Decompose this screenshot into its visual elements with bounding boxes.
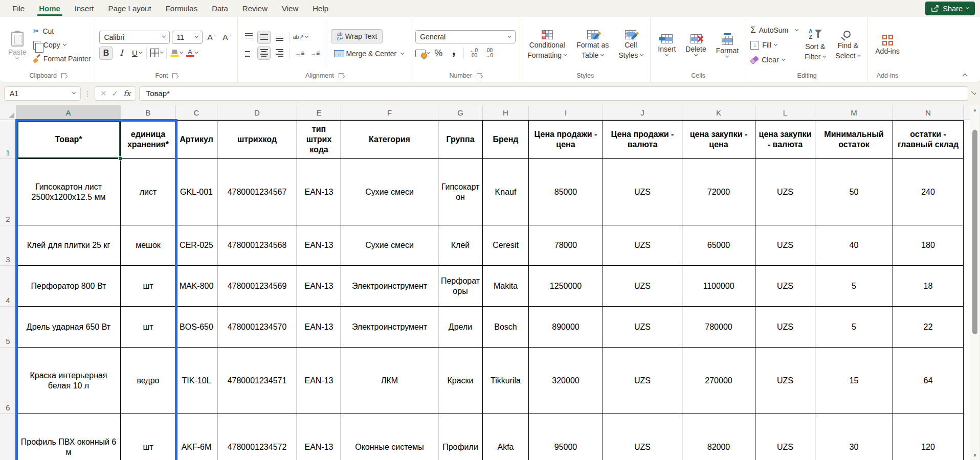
cell-E6[interactable]: EAN-13 [297, 348, 341, 414]
row-header-1[interactable]: 1 [0, 120, 16, 159]
tab-data[interactable]: Data [205, 0, 235, 17]
cell-F2[interactable]: Сухие смеси [341, 159, 438, 225]
cell-G5[interactable]: Дрели [438, 307, 483, 348]
cell-C6[interactable]: TIK-10L [176, 348, 217, 414]
cell-D2[interactable]: 4780001234567 [217, 159, 297, 225]
column-header-H[interactable]: H [483, 105, 529, 120]
cell-K2[interactable]: 72000 [682, 159, 755, 225]
number-dialog-launcher-icon[interactable] [477, 73, 482, 78]
cell-B4[interactable]: шт [121, 266, 176, 307]
cell-C5[interactable]: BOS-650 [176, 307, 217, 348]
collapse-ribbon-button[interactable] [963, 74, 968, 79]
tab-review[interactable]: Review [235, 0, 275, 17]
cell-E3[interactable]: EAN-13 [297, 225, 341, 266]
cell-L1[interactable]: цена закупки - валюта [755, 120, 815, 159]
cell-F5[interactable]: Электроинструмент [341, 307, 438, 348]
column-header-M[interactable]: M [815, 105, 893, 120]
cell-A1[interactable]: Товар* [16, 120, 121, 159]
tab-insert[interactable]: Insert [68, 0, 101, 17]
cell-E5[interactable]: EAN-13 [297, 307, 341, 348]
cell-B7[interactable]: шт [121, 414, 176, 460]
cell-I5[interactable]: 890000 [529, 307, 603, 348]
cell-M7[interactable]: 30 [815, 414, 893, 460]
tab-page-layout[interactable]: Page Layout [101, 0, 158, 17]
accounting-format-button[interactable] [415, 47, 430, 60]
name-box[interactable]: A1 [4, 86, 81, 101]
cancel-entry-icon[interactable]: ✕ [100, 89, 107, 98]
row-header-3[interactable]: 3 [0, 225, 16, 266]
font-color-button[interactable]: A [185, 47, 198, 60]
addins-button[interactable]: Add-ins [872, 34, 902, 57]
cell-C7[interactable]: AKF-6M [176, 414, 217, 460]
row-header-5[interactable]: 5 [0, 307, 16, 348]
column-header-D[interactable]: D [217, 105, 297, 120]
column-header-C[interactable]: C [176, 105, 217, 120]
column-header-E[interactable]: E [297, 105, 341, 120]
cell-A2[interactable]: Гипсокартон лист 2500х1200х12.5 мм [16, 159, 121, 225]
cell-D1[interactable]: штрихкод [217, 120, 297, 159]
cell-B5[interactable]: шт [121, 307, 176, 348]
cell-C3[interactable]: CER-025 [176, 225, 217, 266]
cell-J5[interactable]: UZS [603, 307, 682, 348]
cell-K5[interactable]: 780000 [682, 307, 755, 348]
cell-M4[interactable]: 5 [815, 266, 893, 307]
cell-G3[interactable]: Клей [438, 225, 483, 266]
cell-G4[interactable]: Перфораторы [438, 266, 483, 307]
cell-N1[interactable]: остатки - главный склад [893, 120, 964, 159]
cell-E7[interactable]: EAN-13 [297, 414, 341, 460]
italic-button[interactable]: I [115, 47, 128, 60]
scroll-down-icon[interactable]: ▼ [970, 451, 979, 460]
cell-M2[interactable]: 50 [815, 159, 893, 225]
cell-H5[interactable]: Bosch [483, 307, 529, 348]
font-dialog-launcher-icon[interactable] [172, 73, 177, 78]
cell-D3[interactable]: 4780001234568 [217, 225, 297, 266]
cell-E2[interactable]: EAN-13 [297, 159, 341, 225]
cell-K1[interactable]: цена закупки - цена [682, 120, 755, 159]
row-header-4[interactable]: 4 [0, 266, 16, 307]
cell-L4[interactable]: UZS [755, 266, 815, 307]
formula-input[interactable]: Товар* [139, 86, 968, 101]
cell-A4[interactable]: Перфоратор 800 Вт [16, 266, 121, 307]
cell-L6[interactable]: UZS [755, 348, 815, 414]
alignment-dialog-launcher-icon[interactable] [339, 73, 344, 78]
cell-H4[interactable]: Makita [483, 266, 529, 307]
percent-style-button[interactable]: % [432, 47, 445, 60]
delete-cells-button[interactable]: Delete [682, 33, 709, 57]
orientation-button[interactable]: ab↗ [293, 31, 307, 44]
bold-button[interactable]: B [99, 47, 113, 60]
cell-F3[interactable]: Сухие смеси [341, 225, 438, 266]
cell-D6[interactable]: 4780001234571 [217, 348, 297, 414]
cell-M5[interactable]: 5 [815, 307, 893, 348]
cell-D5[interactable]: 4780001234570 [217, 307, 297, 348]
cell-I6[interactable]: 320000 [529, 348, 603, 414]
align-left-button[interactable] [242, 47, 255, 60]
cell-D4[interactable]: 4780001234569 [217, 266, 297, 307]
cell-styles-button[interactable]: Cell Styles [615, 29, 646, 61]
tab-home[interactable]: Home [32, 0, 68, 17]
cell-I1[interactable]: Цена продажи - цена [529, 120, 603, 159]
cell-H1[interactable]: Бренд [483, 120, 529, 159]
column-header-A[interactable]: A [16, 105, 121, 120]
cell-J3[interactable]: UZS [603, 225, 682, 266]
fill-color-button[interactable] [170, 47, 183, 60]
row-header-2[interactable]: 2 [0, 159, 16, 225]
cell-B6[interactable]: ведро [121, 348, 176, 414]
expand-formula-bar-icon[interactable] [971, 90, 976, 95]
cell-N5[interactable]: 22 [893, 307, 964, 348]
cell-F4[interactable]: Электроинструмент [341, 266, 438, 307]
tab-view[interactable]: View [275, 0, 305, 17]
autosum-button[interactable]: Σ AutoSum [750, 24, 798, 37]
decrease-font-size-button[interactable]: Aˇ [220, 31, 233, 44]
borders-button[interactable] [150, 47, 163, 60]
cell-K6[interactable]: 270000 [682, 348, 755, 414]
confirm-entry-icon[interactable]: ✓ [112, 89, 119, 98]
cell-L2[interactable]: UZS [755, 159, 815, 225]
align-center-button[interactable] [257, 47, 271, 60]
column-header-K[interactable]: K [682, 105, 755, 120]
clipboard-dialog-launcher-icon[interactable] [61, 73, 66, 78]
cell-G7[interactable]: Профили [438, 414, 483, 460]
select-all-corner[interactable] [0, 105, 16, 120]
merge-center-button[interactable]: ↔ Merge & Center [331, 47, 407, 61]
cell-H6[interactable]: Tikkurila [483, 348, 529, 414]
cell-I4[interactable]: 1250000 [529, 266, 603, 307]
